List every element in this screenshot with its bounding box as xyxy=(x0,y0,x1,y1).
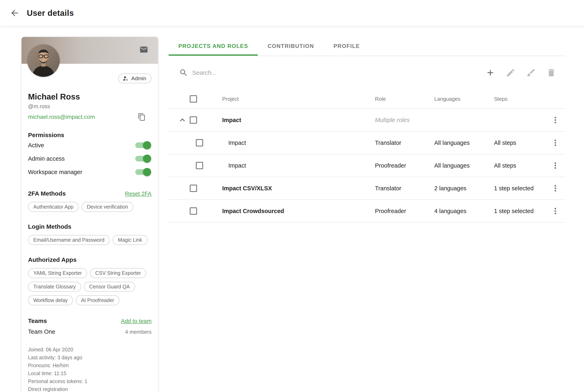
copy-icon xyxy=(138,113,146,121)
user-handle: @m.ross xyxy=(28,104,152,110)
role-value: Translator xyxy=(375,185,434,192)
twofa-chip: Authenticator App xyxy=(28,202,78,212)
table-header-row: Project Role Languages Steps xyxy=(168,89,565,109)
project-name: Impact Crowdsourced xyxy=(214,208,375,214)
authorized-app-chips: YAML String Exporter CSV String Exporter… xyxy=(28,268,152,305)
row-menu-button[interactable] xyxy=(550,206,560,216)
meta-access-tokens: Personal access tokens: 1 xyxy=(28,378,152,385)
authorized-apps-title: Authorized Apps xyxy=(28,256,76,263)
toggle-label: Active xyxy=(28,142,44,149)
languages-value: All languages xyxy=(434,162,494,169)
row-menu-button[interactable] xyxy=(550,115,560,125)
meta-last-activity: Last activity: 3 days ago xyxy=(28,354,152,362)
row-menu-button[interactable] xyxy=(550,138,560,148)
project-name: Impact xyxy=(214,117,375,124)
row-menu-button[interactable] xyxy=(550,184,560,193)
delete-button[interactable] xyxy=(546,68,556,78)
authorized-app-chip: CSV String Exporter xyxy=(90,268,146,278)
search-input[interactable] xyxy=(192,69,363,76)
meta-joined: Joined: 06 Apr 2020 xyxy=(28,346,152,354)
toggle-label: Workspace manager xyxy=(28,169,82,176)
workspace-manager-toggle[interactable] xyxy=(135,169,150,175)
table-row[interactable]: Impact Proofreader All languages All ste… xyxy=(168,154,565,177)
row-checkbox[interactable] xyxy=(190,207,197,215)
trash-icon xyxy=(546,68,556,78)
collapse-row-button[interactable] xyxy=(178,115,187,125)
row-checkbox[interactable] xyxy=(190,116,197,124)
brush-icon xyxy=(526,68,536,78)
meta-local-time: Local time: 11:15 xyxy=(28,370,152,378)
table-row[interactable]: Impact Multiple roles xyxy=(168,109,565,132)
kebab-icon xyxy=(550,138,560,148)
toggle-row-admin-access: Admin access xyxy=(28,152,152,165)
column-header-languages: Languages xyxy=(434,96,494,102)
main-panel: PROJECTS AND ROLES CONTRIBUTION PROFILE xyxy=(168,36,565,222)
brush-button[interactable] xyxy=(526,68,536,78)
project-name: Impact CSV/XLSX xyxy=(214,185,375,192)
twofa-title: 2FA Methods xyxy=(28,190,66,197)
steps-value: 1 step selected xyxy=(494,208,546,214)
manage-accounts-icon xyxy=(122,75,129,82)
page-title: User details xyxy=(27,8,74,18)
user-meta: Joined: 06 Apr 2020 Last activity: 3 day… xyxy=(28,346,152,392)
authorized-app-chip: AI Proofreader xyxy=(76,295,120,305)
languages-value: All languages xyxy=(434,140,494,146)
back-button[interactable] xyxy=(10,8,20,18)
send-email-button[interactable] xyxy=(139,45,148,54)
app-header: User details xyxy=(0,0,585,26)
user-email-link[interactable]: michael.ross@impact.com xyxy=(28,114,95,120)
authorized-app-chip: YAML String Exporter xyxy=(28,268,87,278)
twofa-chip: Device verification xyxy=(82,202,133,212)
row-checkbox[interactable] xyxy=(190,185,197,192)
row-checkbox[interactable] xyxy=(196,139,203,146)
profile-banner xyxy=(22,37,158,64)
login-methods-title: Login Methods xyxy=(28,223,71,230)
tab-contribution[interactable]: CONTRIBUTION xyxy=(258,36,324,56)
kebab-icon xyxy=(550,184,560,193)
tab-projects-and-roles[interactable]: PROJECTS AND ROLES xyxy=(168,36,258,56)
add-to-team-link[interactable]: Add to team xyxy=(121,318,152,324)
languages-value: 2 languages xyxy=(434,185,494,192)
team-row: Team One 4 members xyxy=(28,328,152,335)
meta-pronouns: Pronouns: He/him xyxy=(28,362,152,370)
teams-title: Teams xyxy=(28,318,47,324)
edit-button[interactable] xyxy=(506,68,516,78)
copy-email-button[interactable] xyxy=(138,113,146,121)
admin-access-toggle[interactable] xyxy=(135,156,150,162)
search-icon xyxy=(179,68,188,77)
kebab-icon xyxy=(550,206,560,216)
table-row[interactable]: Impact Crowdsourced Proofreader 4 langua… xyxy=(168,200,565,222)
select-all-checkbox[interactable] xyxy=(190,95,197,102)
project-name: Impact xyxy=(214,140,375,146)
toggle-knob xyxy=(143,154,151,163)
row-menu-button[interactable] xyxy=(550,161,560,170)
user-name: Michael Ross xyxy=(28,92,152,101)
meta-registration: Direct registration xyxy=(28,385,152,392)
table-row[interactable]: Impact Translator All languages All step… xyxy=(168,132,565,154)
tab-profile[interactable]: PROFILE xyxy=(324,36,370,56)
content: Admin Michael Ross @m.ross michael.ross@… xyxy=(0,26,585,392)
role-value: Proofreader xyxy=(375,162,434,169)
toggle-knob xyxy=(143,141,151,149)
authorized-app-chip: Censor Guard QA xyxy=(84,282,135,292)
twofa-chips: Authenticator App Device verification xyxy=(28,202,152,212)
admin-badge-label: Admin xyxy=(131,75,146,82)
user-card: Admin Michael Ross @m.ross michael.ross@… xyxy=(21,36,158,392)
toggle-label: Admin access xyxy=(28,156,65,162)
add-button[interactable] xyxy=(486,68,495,78)
column-header-role: Role xyxy=(375,96,434,102)
role-value: Multiple roles xyxy=(375,117,434,124)
role-value: Translator xyxy=(375,140,434,146)
plus-icon xyxy=(486,68,495,78)
table-row[interactable]: Impact CSV/XLSX Translator 2 languages 1… xyxy=(168,177,565,200)
languages-value: 4 languages xyxy=(434,208,494,214)
toggle-knob xyxy=(143,168,151,176)
steps-value: All steps xyxy=(494,162,546,169)
kebab-icon xyxy=(550,115,560,125)
row-checkbox[interactable] xyxy=(196,162,203,169)
chevron-up-icon xyxy=(178,115,187,125)
authorized-app-chip: Translate Glossary xyxy=(28,282,81,292)
team-name[interactable]: Team One xyxy=(28,328,55,335)
active-toggle[interactable] xyxy=(135,142,150,148)
reset-2fa-link[interactable]: Reset 2FA xyxy=(125,190,152,197)
